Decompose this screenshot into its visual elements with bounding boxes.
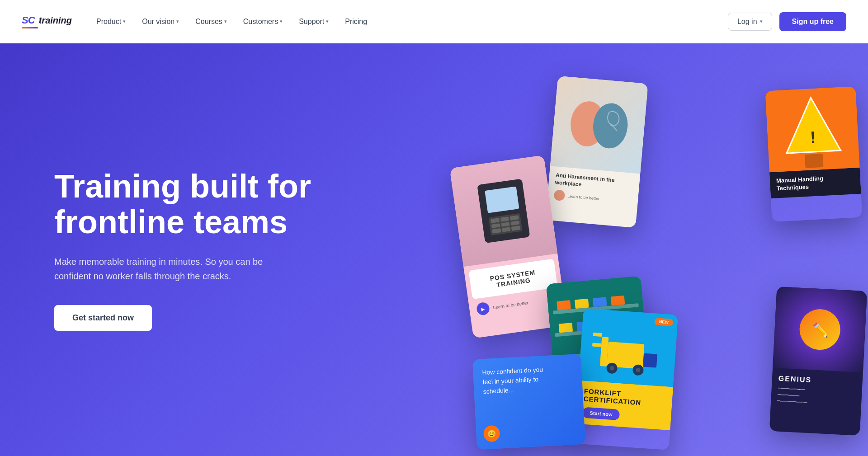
pos-terminal — [477, 179, 530, 243]
card-genius-body: GENIUS ━━━━━━━━━━ ━━━━━━━━ ━━━━━━━━━━━ — [770, 368, 863, 415]
chevron-down-icon: ▾ — [224, 19, 227, 24]
svg-rect-13 — [593, 297, 607, 307]
genius-circle: ✏️ — [798, 308, 841, 351]
navbar: SC training Product ▾ Our vision ▾ Cours… — [0, 0, 868, 43]
nav-links: Product ▾ Our vision ▾ Courses ▾ Custome… — [90, 14, 728, 29]
logo-underline — [22, 27, 38, 28]
svg-rect-14 — [611, 296, 625, 306]
logo-training: training — [39, 15, 72, 25]
chevron-down-icon: ▾ — [176, 19, 179, 24]
hero-title: Training built for frontline teams — [54, 169, 335, 240]
nav-item-support[interactable]: Support ▾ — [292, 14, 335, 29]
svg-rect-29 — [643, 353, 657, 368]
card-survey: How confident do you feel in your abilit… — [472, 354, 585, 450]
signup-button[interactable]: Sign up free — [779, 12, 846, 31]
svg-rect-15 — [559, 323, 573, 333]
card-anti-harassment-body: Anti Harassment in the workplace Learn t… — [547, 166, 640, 213]
chevron-down-icon: ▾ — [760, 19, 763, 24]
card-pos-body: POS SYSTEM TRAINING — [468, 259, 557, 299]
nav-item-pricing[interactable]: Pricing — [339, 14, 373, 29]
card-pos-image — [450, 155, 558, 267]
card-survey-body: How confident do you feel in your abilit… — [472, 354, 583, 406]
card-survey-icon: 😊 — [483, 425, 500, 442]
svg-text:!: ! — [810, 128, 816, 147]
svg-rect-11 — [557, 300, 571, 310]
hero-visual: QUIZ Anti Harassment in the workplace — [461, 43, 868, 456]
cta-button[interactable]: Get started now — [54, 305, 152, 331]
logo[interactable]: SC training — [22, 14, 72, 28]
card-manual-handling-title: Manual Handling Techniques — [776, 173, 855, 193]
pos-keys — [489, 213, 523, 235]
chevron-down-icon: ▾ — [280, 19, 283, 24]
nav-item-product[interactable]: Product ▾ — [90, 14, 132, 29]
nav-actions: Log in ▾ Sign up free — [728, 12, 846, 31]
hero-subtitle: Make memorable training in minutes. So y… — [54, 254, 280, 283]
card-anti-harassment: QUIZ Anti Harassment in the workplace — [545, 76, 648, 228]
hero-section: Training built for frontline teams Make … — [0, 43, 868, 456]
svg-rect-27 — [593, 333, 602, 337]
card-forklift-title: FORKLIFT CERTIFICATION — [583, 387, 666, 409]
card-pos-avatar: ▶ — [476, 301, 491, 316]
nav-item-our-vision[interactable]: Our vision ▾ — [136, 14, 185, 29]
card-genius-image: ✏️ — [773, 287, 867, 372]
pos-screen — [485, 186, 519, 213]
nav-item-customers[interactable]: Customers ▾ — [237, 14, 289, 29]
card-manual-handling: QUIZ ! Manual Handling Techniques — [765, 86, 863, 222]
card-manual-handling-image: ! — [765, 86, 860, 172]
card-genius-desc: ━━━━━━━━━━ ━━━━━━━━ ━━━━━━━━━━━ — [777, 385, 856, 408]
card-pos-title: POS SYSTEM TRAINING — [477, 267, 550, 291]
card-tag-new: NEW — [655, 318, 674, 326]
card-genius: ✏️ GENIUS ━━━━━━━━━━ ━━━━━━━━ ━━━━━━━━━━… — [769, 287, 867, 436]
card-survey-title: How confident do you feel in your abilit… — [482, 364, 556, 396]
card-anti-harassment-title: Anti Harassment in the workplace — [555, 172, 633, 193]
chevron-down-icon: ▾ — [123, 19, 126, 24]
card-genius-title: GENIUS — [778, 374, 856, 386]
card-forklift: NEW FORKLIFT CERTIFICATION — [574, 308, 678, 450]
nav-item-courses[interactable]: Courses ▾ — [189, 14, 233, 29]
card-anti-harassment-image — [550, 76, 648, 174]
svg-rect-28 — [592, 343, 602, 347]
login-button[interactable]: Log in ▾ — [728, 13, 772, 31]
logo-sc: SC — [22, 14, 37, 26]
card-manual-handling-body: Manual Handling Techniques — [769, 168, 861, 198]
card-forklift-body: FORKLIFT CERTIFICATION Start now — [576, 381, 673, 430]
chevron-down-icon: ▾ — [326, 19, 329, 24]
svg-rect-12 — [575, 299, 589, 309]
svg-rect-5 — [805, 154, 824, 168]
card-forklift-btn[interactable]: Start now — [582, 407, 620, 420]
hero-content: Training built for frontline teams Make … — [54, 169, 335, 358]
